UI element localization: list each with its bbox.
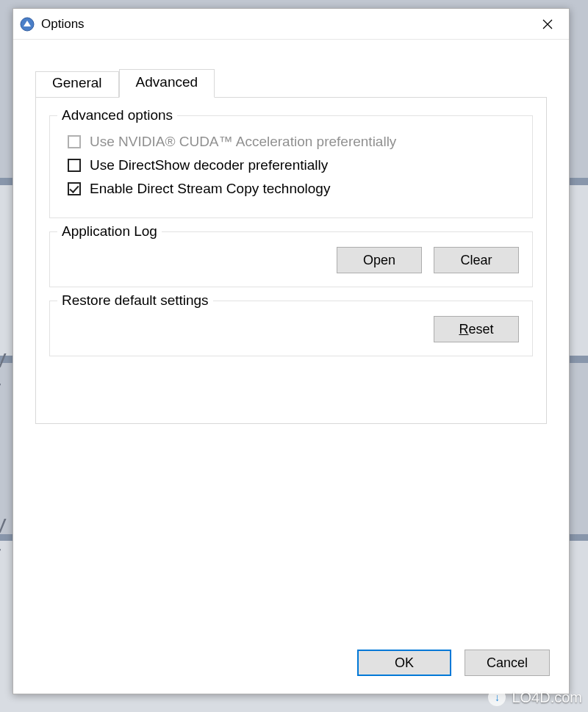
watermark-text: LO4D.com [512, 689, 582, 706]
watermark: ↓ LO4D.com [488, 688, 582, 706]
tab-general[interactable]: General [35, 71, 119, 97]
options-dialog: Options General Advanced Advanced option… [12, 8, 570, 694]
window-title: Options [41, 17, 526, 32]
option-label: Use NVIDIA® CUDA™ Acceleration preferent… [90, 134, 396, 150]
group-legend: Advanced options [57, 107, 177, 123]
download-icon: ↓ [488, 688, 506, 706]
tab-advanced[interactable]: Advanced [119, 69, 215, 98]
checkbox-cuda [68, 135, 81, 148]
group-restore-defaults: Restore default settings Reset [49, 301, 533, 356]
dialog-content: General Advanced Advanced options Use NV… [13, 40, 569, 636]
option-cuda: Use NVIDIA® CUDA™ Acceleration preferent… [68, 134, 519, 150]
tab-strip: General Advanced [35, 69, 547, 97]
titlebar: Options [13, 9, 569, 40]
bg-text: r [0, 542, 1, 565]
bg-text: V [0, 514, 7, 538]
tab-panel-advanced: Advanced options Use NVIDIA® CUDA™ Accel… [35, 97, 547, 424]
option-label: Use DirectShow decoder preferentially [90, 157, 328, 173]
group-legend: Application Log [57, 223, 162, 240]
group-advanced-options: Advanced options Use NVIDIA® CUDA™ Accel… [49, 115, 533, 218]
dialog-footer: OK Cancel [13, 636, 569, 694]
reset-button[interactable]: Reset [434, 316, 519, 342]
bg-text: r [0, 376, 1, 400]
checkbox-directshow[interactable] [68, 159, 81, 172]
option-direct-stream-copy[interactable]: Enable Direct Stream Copy technology [68, 181, 519, 197]
clear-log-button[interactable]: Clear [434, 247, 519, 273]
group-legend: Restore default settings [57, 292, 213, 309]
checkbox-direct-stream-copy[interactable] [68, 182, 81, 195]
bg-text: V [0, 349, 7, 373]
open-log-button[interactable]: Open [337, 247, 422, 273]
option-directshow[interactable]: Use DirectShow decoder preferentially [68, 157, 519, 173]
option-label: Enable Direct Stream Copy technology [90, 181, 330, 197]
cancel-button[interactable]: Cancel [465, 650, 550, 676]
ok-button[interactable]: OK [357, 650, 451, 676]
close-button[interactable] [526, 9, 569, 40]
group-application-log: Application Log Open Clear [49, 231, 533, 287]
close-icon [542, 19, 553, 29]
app-icon [19, 16, 35, 32]
